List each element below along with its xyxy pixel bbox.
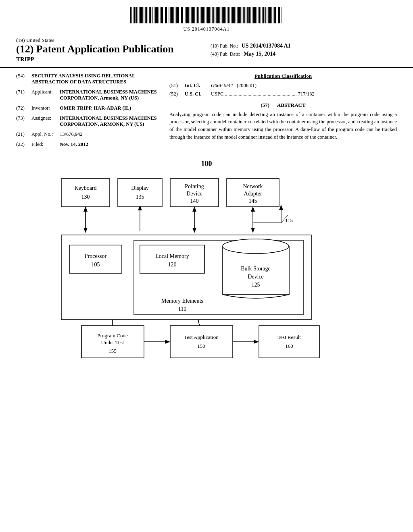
int-cl-code: G06F 9/44 [211, 83, 233, 88]
applicant-label: Applicant: [31, 89, 60, 101]
int-cl-date: (2006.01) [237, 83, 257, 88]
pub-classification-title: Publication Classification [169, 73, 397, 79]
diagram-svg: Keyboard 130 Display 135 Pointing Device… [49, 175, 364, 372]
program-code-number: 155 [108, 348, 117, 354]
inventor-field-num: (72) [16, 105, 31, 111]
pub-date-label: (43) Pub. Date: [211, 51, 240, 57]
uspc-label: USPC [211, 91, 223, 97]
pub-number-line: (10) Pub. No.: US 2014/0137084 A1 [211, 43, 397, 49]
int-cl-label: Int. Cl. [185, 83, 211, 89]
us-cl-content: USPC ...................................… [211, 91, 397, 97]
pub-no-label: (10) Pub. No.: [211, 43, 238, 49]
abstract-text: Analyzing program code can include detec… [169, 111, 397, 141]
abstract-heading: ABSTRACT [277, 102, 306, 108]
abstract-title: (57) ABSTRACT [169, 102, 397, 108]
us-cl-label: U.S. Cl. [185, 91, 211, 97]
barcode-image [130, 7, 283, 23]
local-memory-box [140, 245, 204, 273]
assignee-content: INTERNATIONAL BUSINESS MACHINES CORPORAT… [60, 115, 161, 127]
bulk-storage-number: 125 [252, 282, 260, 288]
memory-elements-number: 110 [178, 306, 186, 312]
test-result-box [259, 326, 319, 358]
test-application-label1: Test Application [184, 334, 219, 340]
title-field: (54) SECURITY ANALYSIS USING RELATIONAL … [16, 73, 161, 85]
assignee-field-num: (73) [16, 115, 31, 127]
keyboard-box [61, 179, 110, 207]
network-adapter-label1: Network [243, 183, 263, 189]
test-application-number: 150 [197, 343, 205, 349]
appl-no-label: Appl. No.: [31, 131, 60, 137]
uspc-value: 717/132 [298, 91, 315, 97]
us-cl-row: (52) U.S. Cl. USPC .....................… [169, 91, 397, 97]
assignee-field: (73) Assignee: INTERNATIONAL BUSINESS MA… [16, 115, 161, 127]
inventor-field: (72) Inventor: OMER TRIPP, HAR-ADAR (IL) [16, 105, 161, 111]
pub-no-value: US 2014/0137084 A1 [242, 43, 291, 49]
patent-type-label: (12) [16, 43, 36, 55]
program-code-label2: Under Test [101, 339, 124, 345]
test-result-number: 160 [285, 343, 293, 349]
bulk-storage-label2: Device [248, 274, 264, 280]
network-adapter-number: 145 [249, 198, 257, 204]
filed-date: Nov. 14, 2012 [60, 141, 88, 147]
applicant-value: INTERNATIONAL BUSINESS MACHINES CORPORAT… [60, 89, 157, 101]
filed-label: Filed: [31, 141, 60, 148]
keyboard-arrow-head2 [83, 206, 88, 212]
appl-no-value: 13/676,942 [60, 131, 161, 137]
inventor-surname: TRIPP [16, 56, 202, 63]
header-section: (19) United States (12) Patent Applicati… [0, 34, 413, 68]
filed-value: Nov. 14, 2012 [60, 141, 161, 148]
local-memory-number: 120 [168, 262, 177, 268]
barcode-number: US 20140137084A1 [0, 26, 413, 32]
int-cl-num: (51) [169, 83, 185, 89]
processor-box [69, 245, 122, 273]
appl-no-field: (21) Appl. No.: 13/676,942 [16, 131, 161, 137]
assignee-value: INTERNATIONAL BUSINESS MACHINES CORPORAT… [60, 115, 157, 127]
uspc-dots: ........................................… [225, 91, 296, 97]
test-result-label1: Test Result [277, 334, 301, 340]
program-code-label1: Program Code [97, 332, 128, 339]
title-field-num: (54) [16, 73, 31, 85]
abstract-num: (57) [261, 102, 269, 108]
pointing-device-arrow-head1 [192, 228, 196, 233]
inventor-label: Inventor: [31, 105, 60, 111]
assignee-label: Assignee: [31, 115, 60, 127]
applicant-field: (71) Applicant: INTERNATIONAL BUSINESS M… [16, 89, 161, 101]
filed-field: (22) Filed: Nov. 14, 2012 [16, 141, 161, 148]
pointing-device-arrow-head2 [192, 206, 196, 212]
pointing-device-label1: Pointing [185, 183, 204, 189]
filed-num: (22) [16, 141, 31, 148]
us-cl-num: (52) [169, 91, 185, 97]
pointing-device-label2: Device [186, 191, 202, 197]
int-cl-value: G06F 9/44 (2006.01) [211, 83, 397, 89]
diagram-section: 100 Keyboard 130 Display 135 Pointing De… [0, 152, 413, 380]
display-label: Display [131, 185, 149, 191]
title-text: SECURITY ANALYSIS USING RELATIONAL ABSTR… [31, 73, 135, 85]
memory-elements-label: Memory Elements [161, 298, 203, 304]
bulk-storage-label1: Bulk Storage [241, 266, 271, 272]
local-memory-label: Local Memory [155, 253, 189, 259]
barcode-section: US 20140137084A1 [0, 0, 413, 34]
network-arrow-head2 [251, 206, 255, 212]
inventor-value: OMER TRIPP, HAR-ADAR (IL) [60, 105, 131, 111]
keyboard-number: 130 [81, 194, 90, 200]
appl-no-num: (21) [16, 131, 31, 137]
bulk-storage-cylinder-top [223, 239, 289, 254]
pointing-device-number: 140 [190, 198, 199, 204]
diagram-title: 100 [16, 160, 397, 168]
keyboard-arrow-head1 [83, 228, 88, 233]
network-adapter-label2: Adapter [244, 191, 262, 197]
network-arrow-head1 [251, 228, 255, 233]
header-left: (19) United States (12) Patent Applicati… [16, 37, 202, 63]
header-right: (10) Pub. No.: US 2014/0137084 A1 (43) P… [202, 37, 397, 63]
keyboard-label: Keyboard [74, 185, 96, 191]
inventor-content: OMER TRIPP, HAR-ADAR (IL) [60, 105, 161, 111]
ref-115-arrowhead [279, 205, 283, 210]
body-section: (54) SECURITY ANALYSIS USING RELATIONAL … [0, 68, 413, 152]
pub-date-value: May 15, 2014 [244, 51, 276, 57]
applicant-content: INTERNATIONAL BUSINESS MACHINES CORPORAT… [60, 89, 161, 101]
prog-to-test-arrowhead [165, 340, 170, 344]
ref-115-label: 115 [285, 217, 293, 223]
patent-application-title: (12) Patent Application Publication [16, 44, 202, 55]
pub-date-line: (43) Pub. Date: May 15, 2014 [211, 51, 397, 57]
display-box [118, 179, 162, 207]
